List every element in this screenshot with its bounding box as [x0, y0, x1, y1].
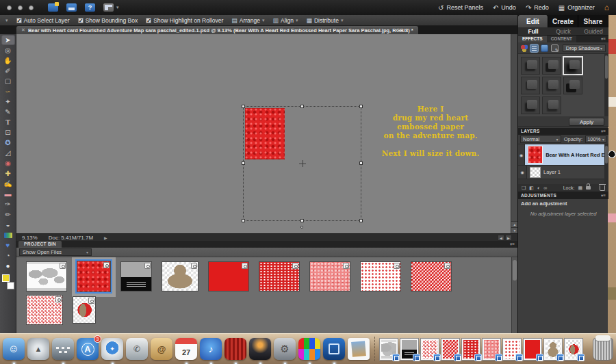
- dock-doc-pink-mottled[interactable]: [483, 339, 500, 360]
- auto-select-layer-checkbox-box[interactable]: ✓: [16, 18, 22, 23]
- tab-share[interactable]: Share: [578, 15, 608, 27]
- cookie-cutter-tool[interactable]: ✪: [1, 138, 15, 148]
- auto-select-layer-checkbox[interactable]: ✓ Auto Select Layer: [16, 17, 70, 24]
- filters-icon[interactable]: [521, 44, 528, 52]
- bin-thumb-hearts-white[interactable]: [26, 295, 63, 325]
- dock-launchpad[interactable]: ▲: [27, 338, 49, 360]
- layers-panel-menu-icon[interactable]: ▾≡: [601, 129, 606, 134]
- organizer-button[interactable]: ▦ Organizer: [559, 4, 595, 12]
- dock-finder[interactable]: ☺: [3, 338, 25, 360]
- delete-layer-icon[interactable]: [600, 185, 605, 191]
- undo-button[interactable]: ↶ Undo: [493, 4, 516, 12]
- type-tool[interactable]: T: [1, 117, 15, 127]
- align-menu[interactable]: ▥ Align ▾: [273, 17, 298, 24]
- show-bounding-box-checkbox-box[interactable]: ✓: [78, 18, 84, 23]
- foreground-color-swatch[interactable]: [2, 274, 10, 282]
- drop-shadow-style-7[interactable]: [521, 96, 540, 114]
- show-open-files-dropdown[interactable]: Show Open Files ▾: [19, 248, 92, 256]
- dock-doc-bear[interactable]: [544, 339, 562, 360]
- canvas-vertical-scrollbar[interactable]: ▲ ▼: [511, 34, 517, 233]
- dock-doc-solid-red[interactable]: [524, 339, 541, 360]
- tab-edit[interactable]: Edit: [518, 15, 548, 27]
- lock-all-icon[interactable]: [586, 186, 591, 190]
- bin-thumb-world-map[interactable]: [26, 261, 67, 291]
- tab-close-icon[interactable]: ✕: [21, 27, 25, 33]
- dock-ical[interactable]: 27: [175, 338, 197, 360]
- dock-doc-white-red-dots[interactable]: [503, 339, 521, 360]
- project-bin-menu-icon[interactable]: ▾≡: [510, 242, 515, 247]
- red-eye-removal-tool[interactable]: ◉: [1, 158, 15, 168]
- dock-doc-bear-badge[interactable]: [565, 339, 582, 360]
- layout-icon[interactable]: [103, 3, 114, 12]
- project-bin-scrollbar[interactable]: [511, 257, 517, 333]
- dock-doc-title-card[interactable]: [400, 339, 418, 360]
- show-bounding-box-checkbox[interactable]: ✓ Show Bounding Box: [78, 17, 138, 24]
- show-highlight-on-rollover-checkbox-box[interactable]: ✓: [146, 18, 151, 23]
- help-icon[interactable]: ?: [85, 3, 95, 12]
- layer-mask-icon[interactable]: ◧: [529, 185, 534, 191]
- drop-shadow-style-4[interactable]: [521, 77, 540, 94]
- save-icon[interactable]: [66, 3, 77, 12]
- layout-caret-icon[interactable]: ▾: [116, 5, 119, 10]
- canvas[interactable]: Here I drug my red heart embossed paper …: [16, 34, 511, 233]
- hand-tool[interactable]: ✋: [1, 55, 15, 66]
- scroll-right-icon[interactable]: ▶: [505, 235, 512, 241]
- sponge-tool[interactable]: ●: [1, 261, 15, 271]
- adjustment-layer-icon[interactable]: ◐: [537, 185, 540, 190]
- layer-row-embossed-paper-visibility-toggle[interactable]: ◉: [518, 144, 525, 165]
- bin-thumb-red-embossed[interactable]: [77, 261, 111, 292]
- apply-button[interactable]: Apply: [569, 118, 604, 126]
- bin-thumb-pink-mottled[interactable]: [309, 261, 350, 291]
- eraser-tool[interactable]: ▬: [1, 189, 15, 199]
- dock-trash[interactable]: [593, 338, 613, 361]
- brush-tool[interactable]: ✑: [1, 199, 15, 209]
- effects-category-dropdown[interactable]: Drop Shadows ▾: [563, 44, 606, 52]
- resize-handle-bottom-right[interactable]: [359, 219, 363, 222]
- straighten-tool[interactable]: ◿: [1, 148, 15, 158]
- resize-handle-bottom-left[interactable]: [242, 219, 245, 222]
- distribute-menu[interactable]: ▦ Distribute ▾: [306, 17, 343, 24]
- layer-row-layer1-visibility-toggle[interactable]: ◉: [518, 166, 527, 179]
- resize-handle-top-middle[interactable]: [300, 105, 304, 108]
- window-close-button[interactable]: [7, 5, 12, 10]
- background-color-swatch[interactable]: [7, 282, 14, 289]
- effects-panel-menu-icon[interactable]: ▾≡: [601, 36, 606, 42]
- photo-effects-icon[interactable]: [541, 44, 548, 52]
- drop-shadow-style-2[interactable]: [542, 57, 561, 75]
- content-tab[interactable]: CONTENT: [547, 36, 576, 42]
- scroll-left-icon[interactable]: ◀: [498, 235, 504, 241]
- gradient-tool[interactable]: ▆: [1, 230, 15, 240]
- rotate-handle[interactable]: [300, 226, 303, 229]
- new-layer-icon[interactable]: ❏: [522, 185, 526, 191]
- mode-quick[interactable]: Quick: [548, 27, 578, 35]
- layer-row-embossed-paper-name[interactable]: Bear With A Heart Red Embos...: [546, 152, 604, 158]
- dock-color-grid[interactable]: [298, 338, 320, 360]
- bin-thumb-red-check[interactable]: [411, 261, 452, 291]
- project-bin-tab[interactable]: PROJECT BIN: [18, 241, 62, 248]
- dock-iphoto[interactable]: [249, 338, 271, 360]
- tool-options-caret-icon[interactable]: ▾: [5, 18, 8, 23]
- bin-thumb-title-card[interactable]: [120, 261, 152, 291]
- layer-row-layer1-name[interactable]: Layer 1: [543, 169, 561, 175]
- bin-thumb-bear[interactable]: [162, 261, 198, 291]
- crop-tool[interactable]: ⊡: [1, 127, 15, 138]
- zoom-level[interactable]: 9.13%: [22, 235, 38, 241]
- redo-button[interactable]: ↷ Redo: [526, 4, 549, 12]
- dock-photos-stack[interactable]: [348, 338, 370, 360]
- resize-handle-middle-right[interactable]: [359, 161, 363, 165]
- dock-doc-red-floral[interactable]: [462, 339, 480, 360]
- red-heart-paper-layer[interactable]: [245, 108, 285, 159]
- new-file-icon[interactable]: [48, 3, 58, 12]
- smart-brush-tool[interactable]: ✍: [1, 179, 15, 189]
- selection-brush-tool[interactable]: ✎: [1, 107, 15, 117]
- effects-scrollbar[interactable]: [604, 54, 608, 116]
- tab-create[interactable]: Create: [548, 15, 578, 27]
- paint-bucket-tool[interactable]: ◒: [1, 220, 15, 230]
- drop-shadow-style-1[interactable]: [521, 57, 540, 75]
- blur-tool[interactable]: ◔: [1, 250, 15, 261]
- show-highlight-on-rollover-checkbox[interactable]: ✓ Show Highlight on Rollover: [146, 17, 223, 24]
- window-zoom-button[interactable]: [29, 5, 34, 10]
- healing-brush-tool[interactable]: ✚: [1, 168, 15, 179]
- dock-doc-pink-dots[interactable]: [421, 339, 439, 360]
- shape-tool[interactable]: ♥: [1, 240, 15, 250]
